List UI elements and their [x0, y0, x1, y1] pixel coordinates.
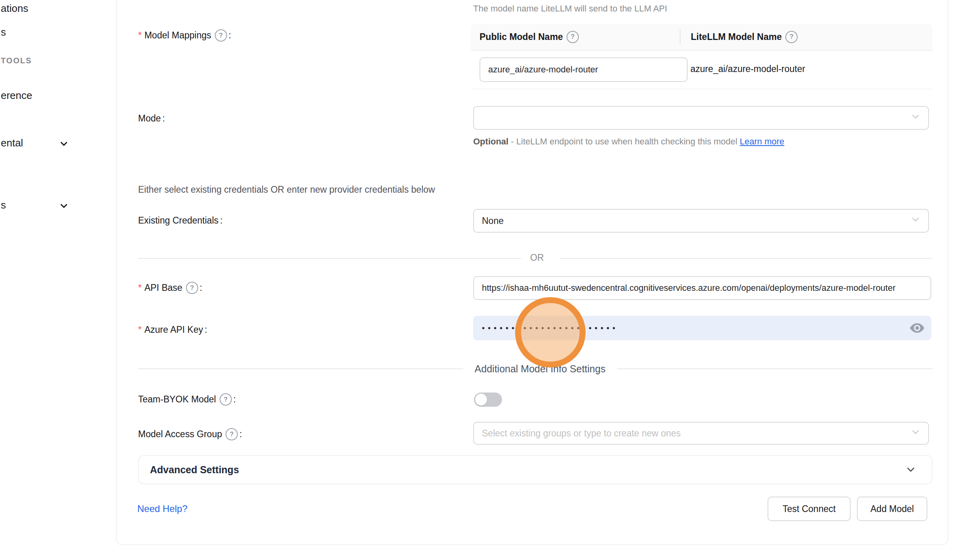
label-text: Team-BYOK Model	[138, 394, 216, 405]
chevron-down-icon	[910, 214, 921, 228]
divider-line	[559, 258, 933, 259]
credentials-note: Either select existing credentials OR en…	[138, 184, 435, 195]
team-byok-toggle[interactable]	[474, 393, 502, 407]
chevron-down-icon[interactable]	[59, 201, 69, 213]
model-mappings-label: * Model Mappings ? :	[138, 29, 231, 42]
model-access-group-label: Model Access Group ? :	[138, 428, 242, 440]
chevron-down-icon	[905, 464, 917, 476]
divider-line	[138, 368, 463, 369]
toggle-knob	[475, 394, 487, 406]
label-text: Mode	[138, 113, 161, 124]
mode-label: Mode :	[138, 113, 165, 124]
public-model-name-input[interactable]: azure_ai/azure-model-router	[480, 57, 688, 82]
header-separator	[680, 29, 681, 44]
question-circle-icon[interactable]: ?	[785, 31, 798, 43]
question-circle-icon[interactable]: ?	[226, 428, 238, 440]
label-text: Model Mappings	[144, 30, 211, 41]
table-header-row: Public Model Name ? LiteLLM Model Name ?	[471, 24, 933, 51]
question-circle-icon[interactable]: ?	[220, 393, 232, 406]
divider-line	[617, 368, 933, 369]
click-indicator	[515, 297, 586, 368]
label-text: Existing Credentials	[138, 215, 218, 226]
label-text: Azure API Key	[144, 324, 203, 335]
column-header-litellm-model-name: LiteLLM Model Name ?	[680, 31, 798, 43]
azure-api-key-label: * Azure API Key :	[138, 324, 207, 335]
team-byok-label: Team-BYOK Model ? :	[138, 393, 236, 406]
or-divider-text: OR	[530, 252, 544, 263]
model-mappings-table: Public Model Name ? LiteLLM Model Name ?…	[471, 24, 933, 89]
sidebar-item[interactable]: s	[1, 199, 6, 211]
chevron-down-icon	[910, 111, 921, 125]
learn-more-link[interactable]: Learn more	[740, 137, 785, 146]
mode-hint: Optional - LiteLLM endpoint to use when …	[473, 134, 790, 150]
table-row: azure_ai/azure-model-router azure_ai/azu…	[471, 51, 933, 89]
model-access-group-select[interactable]: Select existing groups or type to create…	[473, 422, 929, 445]
label-text: Model Access Group	[138, 429, 222, 440]
question-circle-icon[interactable]: ?	[215, 29, 227, 42]
api-base-input[interactable]: https://ishaa-mh6uutut-swedencentral.cog…	[473, 276, 931, 300]
mode-select[interactable]	[473, 106, 929, 130]
advanced-settings-title: Advanced Settings	[150, 464, 905, 476]
question-circle-icon[interactable]: ?	[567, 31, 579, 43]
select-placeholder: Select existing groups or type to create…	[482, 428, 681, 439]
required-asterisk: *	[138, 283, 142, 293]
advanced-settings-panel[interactable]: Advanced Settings	[138, 455, 933, 484]
add-model-button[interactable]: Add Model	[857, 497, 927, 521]
api-base-label: * API Base ? :	[138, 282, 202, 294]
need-help-link[interactable]: Need Help?	[137, 503, 188, 514]
sidebar-item[interactable]: s	[1, 26, 6, 38]
required-asterisk: *	[138, 324, 142, 335]
eye-icon[interactable]	[910, 323, 924, 333]
sidebar-item[interactable]: ations	[1, 2, 28, 15]
required-asterisk: *	[138, 30, 142, 41]
sidebar-item[interactable]: erence	[1, 89, 32, 102]
existing-credentials-select[interactable]: None	[473, 209, 929, 233]
chevron-down-icon	[910, 427, 921, 440]
litellm-model-name-value: azure_ai/azure-model-router	[690, 64, 805, 74]
model-name-hint: The model name LiteLLM will send to the …	[473, 1, 667, 17]
sidebar-section-label: TOOLS	[1, 56, 32, 65]
column-header-public-model-name: Public Model Name ?	[471, 31, 680, 43]
question-circle-icon[interactable]: ?	[186, 282, 198, 294]
chevron-down-icon[interactable]	[59, 138, 69, 151]
divider-line	[138, 258, 521, 259]
label-text: API Base	[144, 283, 182, 293]
sidebar-item[interactable]: ental	[1, 137, 23, 149]
test-connect-button[interactable]: Test Connect	[768, 497, 851, 521]
existing-credentials-label: Existing Credentials :	[138, 215, 223, 226]
